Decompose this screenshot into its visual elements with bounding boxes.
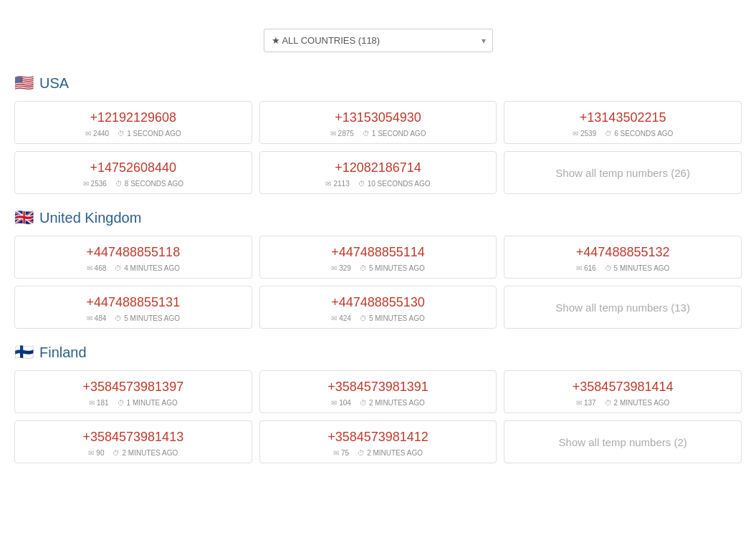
show-all-uk[interactable]: Show all temp numbers (13) <box>504 286 742 329</box>
time-ago: 4 MINUTES AGO <box>124 264 180 272</box>
flag-uk: 🇬🇧 <box>14 208 34 227</box>
phone-card[interactable]: +12192129608 ✉ 2440 ⏱ 1 SECOND AGO <box>14 101 252 144</box>
time-item: ⏱ 10 SECONDS AGO <box>358 180 431 188</box>
grid-uk: +447488855118 ✉ 468 ⏱ 4 MINUTES AGO +447… <box>14 236 742 329</box>
sms-count-item: ✉ 484 <box>87 314 107 322</box>
phone-card[interactable]: +12082186714 ✉ 2113 ⏱ 10 SECONDS AGO <box>259 151 497 194</box>
clock-icon: ⏱ <box>115 264 122 272</box>
phone-card[interactable]: +447488855132 ✉ 616 ⏱ 5 MINUTES AGO <box>504 236 742 279</box>
phone-card[interactable]: +13143502215 ✉ 2539 ⏱ 6 SECONDS AGO <box>504 101 742 144</box>
time-ago: 10 SECONDS AGO <box>368 180 431 188</box>
phone-card[interactable]: +3584573981391 ✉ 104 ⏱ 2 MINUTES AGO <box>259 370 497 413</box>
clock-icon: ⏱ <box>118 130 125 137</box>
show-all-finland[interactable]: Show all temp numbers (2) <box>504 420 742 463</box>
time-item: ⏱ 2 MINUTES AGO <box>113 449 178 457</box>
sms-icon: ✉ <box>333 449 339 457</box>
section-uk: 🇬🇧United Kingdom+447488855118 ✉ 468 ⏱ 4 … <box>14 208 742 329</box>
time-ago: 2 MINUTES AGO <box>369 399 425 407</box>
time-item: ⏱ 4 MINUTES AGO <box>115 264 180 272</box>
time-ago: 5 MINUTES AGO <box>614 264 670 272</box>
phone-number: +12082186714 <box>267 160 489 175</box>
sms-count: 2875 <box>338 130 354 137</box>
time-item: ⏱ 1 SECOND AGO <box>363 130 426 137</box>
phone-card[interactable]: +447488855114 ✉ 329 ⏱ 5 MINUTES AGO <box>259 236 497 279</box>
sms-count: 137 <box>584 399 596 407</box>
phone-card[interactable]: +14752608440 ✉ 2536 ⏱ 8 SECONDS AGO <box>14 151 252 194</box>
clock-icon: ⏱ <box>605 264 612 272</box>
sms-count-item: ✉ 424 <box>331 314 351 322</box>
phone-number: +447488855130 <box>267 295 489 310</box>
sms-icon: ✉ <box>89 399 95 407</box>
filter-bar: ★ ALL COUNTRIES (118) USA (26) United Ki… <box>14 29 742 52</box>
country-name-usa: USA <box>39 75 69 92</box>
show-all-text: Show all temp numbers (26) <box>555 167 690 179</box>
sms-count-item: ✉ 329 <box>331 264 351 272</box>
sms-count: 329 <box>339 264 351 272</box>
time-ago: 5 MINUTES AGO <box>124 314 180 322</box>
country-select[interactable]: ★ ALL COUNTRIES (118) USA (26) United Ki… <box>264 29 493 52</box>
phone-meta: ✉ 75 ⏱ 2 MINUTES AGO <box>267 449 489 457</box>
grid-finland: +3584573981397 ✉ 181 ⏱ 1 MINUTE AGO +358… <box>14 370 742 463</box>
sms-icon: ✉ <box>330 130 336 137</box>
time-item: ⏱ 1 MINUTE AGO <box>118 399 178 407</box>
clock-icon: ⏱ <box>360 264 367 272</box>
sms-count-item: ✉ 104 <box>331 399 351 407</box>
time-ago: 1 SECOND AGO <box>372 130 426 137</box>
time-ago: 5 MINUTES AGO <box>369 264 425 272</box>
sms-icon: ✉ <box>88 449 94 457</box>
sms-icon: ✉ <box>331 399 337 407</box>
phone-card[interactable]: +447488855130 ✉ 424 ⏱ 5 MINUTES AGO <box>259 286 497 329</box>
time-ago: 2 MINUTES AGO <box>614 399 670 407</box>
sms-count: 2113 <box>333 180 349 188</box>
sms-count: 484 <box>95 314 107 322</box>
clock-icon: ⏱ <box>358 449 365 457</box>
phone-card[interactable]: +3584573981413 ✉ 90 ⏱ 2 MINUTES AGO <box>14 420 252 463</box>
sms-icon: ✉ <box>331 314 337 322</box>
sms-count: 2440 <box>93 130 109 137</box>
clock-icon: ⏱ <box>605 130 612 137</box>
section-title-usa: 🇺🇸USA <box>14 74 742 92</box>
time-item: ⏱ 1 SECOND AGO <box>118 130 181 137</box>
show-all-text: Show all temp numbers (13) <box>555 301 690 314</box>
sms-count-item: ✉ 616 <box>576 264 596 272</box>
phone-meta: ✉ 2539 ⏱ 6 SECONDS AGO <box>512 130 734 137</box>
sms-count-item: ✉ 2536 <box>83 180 107 188</box>
clock-icon: ⏱ <box>115 314 122 322</box>
phone-number: +12192129608 <box>22 110 244 125</box>
phone-meta: ✉ 181 ⏱ 1 MINUTE AGO <box>22 399 244 407</box>
phone-number: +14752608440 <box>22 160 244 175</box>
phone-card[interactable]: +13153054930 ✉ 2875 ⏱ 1 SECOND AGO <box>259 101 497 144</box>
phone-meta: ✉ 424 ⏱ 5 MINUTES AGO <box>267 314 489 322</box>
sms-icon: ✉ <box>85 130 91 137</box>
phone-number: +447488855131 <box>22 295 244 310</box>
phone-number: +447488855114 <box>267 245 489 260</box>
sms-count: 181 <box>97 399 109 407</box>
phone-card[interactable]: +3584573981414 ✉ 137 ⏱ 2 MINUTES AGO <box>504 370 742 413</box>
phone-card[interactable]: +3584573981412 ✉ 75 ⏱ 2 MINUTES AGO <box>259 420 497 463</box>
country-select-wrapper[interactable]: ★ ALL COUNTRIES (118) USA (26) United Ki… <box>264 29 493 52</box>
phone-meta: ✉ 468 ⏱ 4 MINUTES AGO <box>22 264 244 272</box>
flag-finland: 🇫🇮 <box>14 343 34 362</box>
time-item: ⏱ 2 MINUTES AGO <box>605 399 670 407</box>
clock-icon: ⏱ <box>113 449 120 457</box>
phone-card[interactable]: +447488855131 ✉ 484 ⏱ 5 MINUTES AGO <box>14 286 252 329</box>
phone-number: +3584573981391 <box>267 380 489 395</box>
phone-card[interactable]: +447488855118 ✉ 468 ⏱ 4 MINUTES AGO <box>14 236 252 279</box>
clock-icon: ⏱ <box>360 399 367 407</box>
time-item: ⏱ 5 MINUTES AGO <box>360 264 425 272</box>
phone-meta: ✉ 2536 ⏱ 8 SECONDS AGO <box>22 180 244 188</box>
sms-count-item: ✉ 2539 <box>573 130 596 137</box>
phone-meta: ✉ 137 ⏱ 2 MINUTES AGO <box>512 399 734 407</box>
phone-meta: ✉ 484 ⏱ 5 MINUTES AGO <box>22 314 244 322</box>
show-all-usa[interactable]: Show all temp numbers (26) <box>504 151 742 194</box>
sms-count: 90 <box>96 449 104 457</box>
time-item: ⏱ 2 MINUTES AGO <box>360 399 425 407</box>
time-ago: 1 SECOND AGO <box>127 130 181 137</box>
phone-meta: ✉ 2440 ⏱ 1 SECOND AGO <box>22 130 244 137</box>
phone-card[interactable]: +3584573981397 ✉ 181 ⏱ 1 MINUTE AGO <box>14 370 252 413</box>
phone-number: +3584573981397 <box>22 380 244 395</box>
country-name-uk: United Kingdom <box>39 210 141 226</box>
phone-number: +13143502215 <box>512 110 734 125</box>
sms-icon: ✉ <box>573 130 578 137</box>
clock-icon: ⏱ <box>358 180 365 188</box>
